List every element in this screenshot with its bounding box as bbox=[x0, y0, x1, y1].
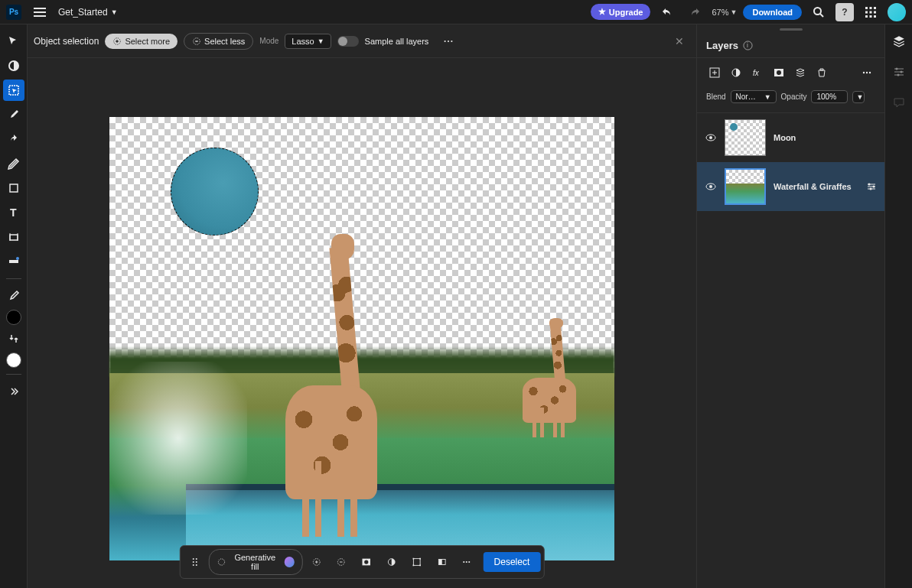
svg-point-55 bbox=[863, 72, 865, 73]
svg-point-26 bbox=[193, 558, 194, 560]
adjustment-layer-button[interactable] bbox=[728, 64, 744, 81]
healing-tool[interactable] bbox=[3, 153, 24, 174]
add-layer-button[interactable] bbox=[706, 64, 723, 81]
move-tool[interactable] bbox=[3, 31, 24, 52]
feather-button[interactable] bbox=[430, 550, 454, 574]
svg-rect-16 bbox=[10, 184, 18, 192]
help-button[interactable]: ? bbox=[835, 3, 854, 21]
invert-button[interactable] bbox=[379, 550, 403, 574]
layer-group-button[interactable] bbox=[792, 64, 809, 81]
svg-rect-8 bbox=[865, 11, 868, 13]
zoom-value: 67% bbox=[712, 8, 728, 17]
svg-point-25 bbox=[451, 40, 453, 41]
generative-fill-button[interactable]: Generative fill bbox=[209, 549, 303, 575]
more-options[interactable] bbox=[438, 31, 459, 52]
upgrade-button[interactable]: ★ Upgrade bbox=[591, 4, 651, 20]
crop-tool[interactable] bbox=[3, 226, 24, 248]
layer-item-waterfall[interactable]: Waterfall & Giraffes bbox=[697, 162, 884, 211]
more-context[interactable] bbox=[455, 550, 479, 574]
layer-mask-button[interactable] bbox=[770, 64, 787, 81]
visibility-toggle[interactable] bbox=[705, 132, 717, 144]
undo-button[interactable] bbox=[656, 2, 678, 23]
ai-badge-icon bbox=[285, 557, 295, 567]
apps-grid-button[interactable] bbox=[860, 2, 881, 23]
svg-rect-1 bbox=[34, 11, 46, 13]
opacity-input[interactable]: 100% bbox=[811, 90, 848, 103]
canvas[interactable] bbox=[109, 117, 614, 560]
svg-rect-13 bbox=[874, 15, 876, 18]
upgrade-label: Upgrade bbox=[609, 8, 643, 17]
shape-tool[interactable] bbox=[3, 177, 24, 199]
canvas-area[interactable]: Generative fill Deselect bbox=[28, 58, 696, 588]
text-tool[interactable]: T bbox=[3, 202, 24, 223]
svg-rect-12 bbox=[870, 15, 872, 18]
svg-rect-18 bbox=[10, 235, 18, 240]
layer-menu-button[interactable] bbox=[858, 64, 875, 81]
svg-point-32 bbox=[218, 559, 224, 565]
mask-button[interactable] bbox=[355, 550, 379, 574]
svg-rect-38 bbox=[413, 559, 420, 566]
more-tools[interactable] bbox=[3, 381, 24, 402]
panel-drag-handle[interactable] bbox=[697, 24, 884, 34]
svg-point-45 bbox=[464, 561, 465, 563]
user-avatar[interactable] bbox=[888, 3, 906, 21]
select-less-label: Select less bbox=[204, 37, 245, 46]
chevron-down-icon: ▼ bbox=[764, 93, 771, 101]
layer-effects-button[interactable]: fx bbox=[749, 64, 766, 81]
star-icon: ★ bbox=[598, 7, 606, 17]
document-title[interactable]: Get_Started ▼ bbox=[58, 7, 118, 18]
select-less-button[interactable]: Select less bbox=[184, 33, 253, 50]
sample-layers-toggle[interactable] bbox=[337, 36, 359, 47]
search-button[interactable] bbox=[808, 2, 829, 23]
close-options-button[interactable]: ✕ bbox=[675, 35, 684, 47]
adjust-tool[interactable] bbox=[3, 55, 24, 76]
blend-mode-select[interactable]: Nor… ▼ bbox=[731, 90, 777, 103]
visibility-toggle[interactable] bbox=[705, 180, 717, 193]
layers-panel-title: Layers bbox=[706, 40, 738, 51]
mode-value: Lasso bbox=[292, 37, 314, 46]
svg-point-30 bbox=[193, 564, 194, 566]
svg-rect-5 bbox=[865, 7, 868, 9]
properties-panel-icon[interactable] bbox=[888, 61, 910, 83]
layer-settings-icon[interactable] bbox=[866, 181, 877, 192]
layer-item-moon[interactable]: Moon bbox=[697, 113, 884, 162]
swap-colors[interactable] bbox=[3, 328, 24, 349]
eyedropper-tool[interactable] bbox=[3, 285, 24, 307]
contract-selection[interactable] bbox=[330, 550, 353, 574]
gradient-tool[interactable] bbox=[3, 251, 24, 272]
svg-point-56 bbox=[866, 72, 868, 73]
comments-panel-icon[interactable] bbox=[888, 92, 910, 113]
moon-selection[interactable] bbox=[171, 148, 259, 236]
clone-tool[interactable] bbox=[3, 128, 24, 150]
select-more-button[interactable]: Select more bbox=[105, 34, 178, 49]
svg-text:i: i bbox=[747, 41, 748, 49]
redo-button[interactable] bbox=[684, 2, 705, 23]
download-button[interactable]: Download bbox=[743, 5, 802, 20]
transform-button[interactable] bbox=[405, 550, 428, 574]
opacity-dropdown[interactable]: ▼ bbox=[852, 91, 865, 103]
menu-button[interactable] bbox=[28, 0, 52, 24]
background-color[interactable] bbox=[6, 352, 21, 368]
drag-handle[interactable] bbox=[184, 550, 207, 574]
giraffe-large bbox=[285, 247, 377, 499]
svg-rect-42 bbox=[419, 565, 421, 567]
object-select-tool[interactable] bbox=[3, 80, 24, 101]
mode-select[interactable]: Lasso ▼ bbox=[285, 34, 331, 49]
info-icon[interactable]: i bbox=[743, 41, 753, 50]
layers-panel-icon[interactable] bbox=[888, 31, 910, 52]
select-more-label: Select more bbox=[125, 37, 170, 46]
foreground-color[interactable] bbox=[6, 310, 21, 325]
svg-point-36 bbox=[364, 560, 368, 564]
deselect-button[interactable]: Deselect bbox=[484, 552, 541, 572]
expand-selection[interactable] bbox=[305, 550, 328, 574]
svg-point-24 bbox=[448, 40, 449, 41]
opacity-value: 100% bbox=[816, 93, 836, 101]
tools-toolbar: T bbox=[0, 24, 28, 588]
svg-point-59 bbox=[709, 136, 712, 139]
chevron-down-icon: ▼ bbox=[731, 8, 738, 16]
svg-point-61 bbox=[709, 185, 712, 188]
delete-layer-button[interactable] bbox=[813, 64, 830, 81]
app-logo[interactable]: Ps bbox=[6, 5, 21, 20]
brush-tool[interactable] bbox=[3, 104, 24, 125]
zoom-control[interactable]: 67% ▼ bbox=[712, 8, 737, 17]
